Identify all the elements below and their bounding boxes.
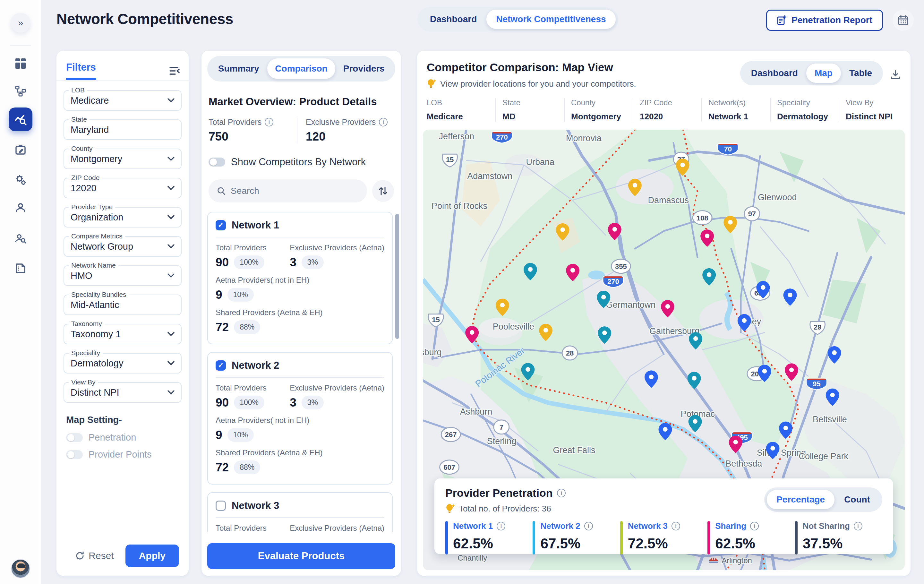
settings-gears-icon[interactable] xyxy=(15,174,26,185)
filter-field-value: Dermatology xyxy=(71,358,123,369)
network-checkbox[interactable]: ✓ xyxy=(216,220,226,230)
user-avatar[interactable] xyxy=(11,559,30,578)
summary-network-s-: Network(s)Network 1 xyxy=(701,98,770,122)
summary-label: County xyxy=(571,98,628,107)
dashboard-icon[interactable] xyxy=(15,58,26,69)
clipboard-edit-icon[interactable] xyxy=(15,145,26,156)
sidebar-item-network-analytics-active[interactable] xyxy=(9,107,32,131)
network-metric: Aetna Providers( not in EH)910% xyxy=(216,416,384,442)
network-metric: Total Providers90100% xyxy=(216,243,287,269)
network-list-scrollbar[interactable] xyxy=(395,214,399,339)
search-icon xyxy=(217,186,226,196)
provider-penetration-card: Provider Penetration i Total no. of Prov… xyxy=(434,478,893,554)
metric-label: Exclusive Providers (Aetna) xyxy=(290,524,384,532)
metric-value: 3 xyxy=(290,256,297,269)
download-button[interactable] xyxy=(890,69,901,81)
user-icon[interactable] xyxy=(15,203,26,213)
network-metric: Total Providers90100% xyxy=(216,524,287,532)
summary-value: Dermatology xyxy=(777,112,834,122)
filters-title[interactable]: Filters xyxy=(66,62,96,80)
filter-field-taxonomy[interactable]: TaxonomyTaxonomy 1 xyxy=(64,324,182,344)
svg-text:607: 607 xyxy=(444,464,455,471)
metric-label: Aetna Providers( not in EH) xyxy=(216,416,384,425)
market-title: Market Overview: Product Details xyxy=(208,96,394,108)
filter-field-compare-metrics[interactable]: Compare MetricsNetwork Group xyxy=(64,236,182,257)
network-checkbox[interactable] xyxy=(216,501,226,511)
network-metric: Total Providers90100% xyxy=(216,383,287,409)
info-icon[interactable]: i xyxy=(854,522,862,530)
info-icon[interactable]: i xyxy=(672,522,680,530)
info-icon[interactable]: i xyxy=(557,489,566,497)
toggle-penetration[interactable] xyxy=(66,433,83,442)
tab-comparison[interactable]: Comparison xyxy=(267,58,335,79)
svg-text:270: 270 xyxy=(496,133,508,141)
header-tab-dashboard[interactable]: Dashboard xyxy=(420,10,487,29)
calendar-button[interactable] xyxy=(893,10,914,31)
info-icon[interactable]: i xyxy=(584,522,593,530)
filter-field-state[interactable]: StateMaryland xyxy=(64,119,182,140)
map-label-sterling: Sterling xyxy=(487,436,516,446)
filter-field-speciality[interactable]: SpecialityDermatology xyxy=(64,353,182,373)
map-label-adamstown: Adamstown xyxy=(467,172,512,181)
map-label-bethesda: Bethesda xyxy=(725,459,762,469)
legend-color-bar xyxy=(446,521,448,554)
filter-field-zip-code[interactable]: ZIP Code12020 xyxy=(64,178,182,198)
legend-item-network-3: Network 3i72.5% xyxy=(620,521,708,554)
summary-zip-code: ZIP Code12020 xyxy=(633,98,701,122)
toggle-provider-points[interactable] xyxy=(66,450,83,459)
svg-text:15: 15 xyxy=(432,316,439,324)
filter-field-value: Maryland xyxy=(71,124,109,135)
map-view-toggle: DashboardMapTable xyxy=(740,61,883,85)
sort-button[interactable] xyxy=(372,180,394,202)
apply-button[interactable]: Apply xyxy=(125,544,179,567)
search-input[interactable] xyxy=(231,186,359,196)
penetration-report-button[interactable]: Penetration Report xyxy=(766,10,883,31)
map[interactable]: 1527070271089735527065028152995495267760… xyxy=(423,130,905,570)
market-stat: Total Providersi750 xyxy=(208,117,297,144)
road-shield-267: 267 xyxy=(441,427,460,442)
evaluate-products-button[interactable]: Evaluate Products xyxy=(207,543,395,569)
collapse-filters-icon[interactable] xyxy=(168,66,180,76)
document-icon[interactable] xyxy=(15,263,26,274)
map-label-sburg: sburg xyxy=(423,348,442,357)
info-icon[interactable]: i xyxy=(497,522,505,530)
filter-field-network-name[interactable]: Network NameHMO xyxy=(64,266,182,286)
map-tab-dashboard[interactable]: Dashboard xyxy=(743,64,806,83)
tab-providers[interactable]: Providers xyxy=(335,58,393,79)
filter-field-provider-type[interactable]: Provider TypeOrganization xyxy=(64,207,182,228)
filter-field-value: Montgomery xyxy=(71,154,122,164)
stat-value: 750 xyxy=(208,130,297,144)
info-icon[interactable]: i xyxy=(750,522,759,530)
info-icon[interactable]: i xyxy=(265,118,273,126)
sort-icon xyxy=(378,186,388,196)
report-add-icon xyxy=(777,15,787,25)
map-label-college-park: College Park xyxy=(799,452,849,461)
filter-field-view-by[interactable]: View ByDistinct NPI xyxy=(64,382,182,403)
svg-text:355: 355 xyxy=(615,262,627,271)
reset-button[interactable]: Reset xyxy=(75,550,114,561)
map-tab-map[interactable]: Map xyxy=(806,64,841,83)
info-icon[interactable]: i xyxy=(379,118,388,126)
metric-badge: 88% xyxy=(234,320,260,334)
metric-value: 3 xyxy=(290,396,297,409)
filter-field-county[interactable]: CountyMontgomery xyxy=(64,148,182,169)
header-tab-network-competitiveness[interactable]: Network Competitiveness xyxy=(487,10,615,29)
filter-field-label: ZIP Code xyxy=(69,174,102,181)
hierarchy-icon[interactable] xyxy=(15,86,26,97)
pen-toggle-percentage[interactable]: Percentage xyxy=(767,490,835,509)
user-search-icon[interactable] xyxy=(15,233,26,244)
pen-toggle-count[interactable]: Count xyxy=(835,490,880,509)
sidebar-collapse-button[interactable]: » xyxy=(11,13,30,33)
legend-name: Not Sharingi xyxy=(803,521,862,531)
percentage-count-toggle: PercentageCount xyxy=(764,487,882,512)
metric-value: 72 xyxy=(216,461,229,474)
tab-summary[interactable]: Summary xyxy=(210,58,267,79)
filter-field-lob[interactable]: LOBMedicare xyxy=(64,90,182,111)
network-checkbox[interactable]: ✓ xyxy=(216,360,226,371)
map-tab-table[interactable]: Table xyxy=(841,64,880,83)
show-competitors-toggle[interactable] xyxy=(208,158,225,167)
road-shield-355: 355 xyxy=(611,259,630,273)
filter-field-speciality-bundles[interactable]: Speciality BundlesMid-Atlantic xyxy=(64,295,182,315)
summary-label: State xyxy=(502,98,559,107)
filter-field-value: Mid-Atlantic xyxy=(71,300,119,310)
